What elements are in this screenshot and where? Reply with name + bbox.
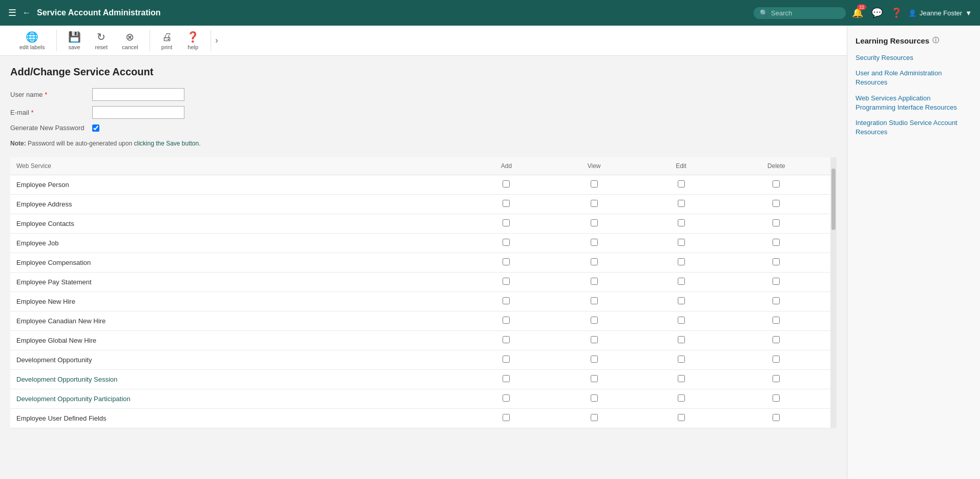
delete-checkbox[interactable] [773, 180, 780, 188]
form-area: Add/Change Service Account User name * E… [0, 56, 847, 479]
delete-checkbox[interactable] [773, 297, 780, 304]
view-checkbox[interactable] [591, 375, 598, 382]
top-nav: ☰ ← Service Account Administration 🔍 🔔 2… [0, 0, 980, 26]
username-input[interactable] [92, 88, 184, 101]
right-panel-link-0[interactable]: Security Resources [856, 53, 972, 63]
col-edit: Edit [640, 157, 722, 175]
scrollbar-track[interactable] [830, 157, 837, 428]
view-checkbox[interactable] [591, 200, 598, 207]
cancel-button[interactable]: ⊗ cancel [119, 30, 141, 51]
table-cell-edit [640, 292, 722, 311]
edit-checkbox[interactable] [678, 414, 685, 421]
table-row: Employee Job [10, 234, 830, 253]
delete-checkbox[interactable] [773, 414, 780, 421]
view-checkbox[interactable] [591, 356, 598, 363]
delete-checkbox[interactable] [773, 336, 780, 343]
view-checkbox[interactable] [591, 239, 598, 246]
add-checkbox[interactable] [503, 356, 510, 363]
hamburger-icon[interactable]: ☰ [8, 7, 16, 18]
edit-checkbox[interactable] [678, 200, 685, 207]
toolbar-expand-icon[interactable]: › [215, 36, 218, 45]
help-icon[interactable]: ❓ [891, 7, 902, 18]
add-checkbox[interactable] [503, 278, 510, 285]
notifications-badge: 22 [857, 4, 866, 10]
view-checkbox[interactable] [591, 180, 598, 188]
add-checkbox[interactable] [503, 414, 510, 421]
table-header: Web Service Add View Edit Delete [10, 157, 830, 175]
edit-checkbox[interactable] [678, 219, 685, 226]
edit-checkbox[interactable] [678, 278, 685, 285]
add-checkbox[interactable] [503, 219, 510, 226]
table-cell-view [548, 409, 640, 428]
delete-checkbox[interactable] [773, 219, 780, 226]
edit-checkbox[interactable] [678, 317, 685, 324]
delete-checkbox[interactable] [773, 375, 780, 382]
table-body: Employee PersonEmployee AddressEmployee … [10, 175, 830, 428]
generate-pwd-row: Generate New Password [10, 124, 837, 132]
view-checkbox[interactable] [591, 297, 598, 304]
view-checkbox[interactable] [591, 258, 598, 265]
add-checkbox[interactable] [503, 239, 510, 246]
table-cell-view [548, 214, 640, 234]
search-input[interactable] [771, 9, 832, 17]
back-arrow-icon[interactable]: ← [23, 8, 31, 17]
save-button[interactable]: 💾 save [65, 30, 84, 51]
reset-button[interactable]: ↻ reset [92, 30, 111, 51]
delete-checkbox[interactable] [773, 278, 780, 285]
edit-checkbox[interactable] [678, 394, 685, 402]
edit-checkbox[interactable] [678, 336, 685, 343]
search-icon: 🔍 [760, 9, 768, 17]
print-button[interactable]: 🖨 print [158, 30, 175, 51]
search-box[interactable]: 🔍 [754, 7, 846, 19]
add-checkbox[interactable] [503, 180, 510, 188]
add-checkbox[interactable] [503, 258, 510, 265]
add-checkbox[interactable] [503, 375, 510, 382]
table-cell-service-name: Employee Job [10, 234, 465, 253]
note-text: Note: Password will be auto-generated up… [10, 140, 837, 147]
edit-checkbox[interactable] [678, 375, 685, 382]
view-checkbox[interactable] [591, 414, 598, 421]
right-panel-link-2[interactable]: Web Services Application Programming Int… [856, 94, 972, 112]
view-checkbox[interactable] [591, 278, 598, 285]
edit-checkbox[interactable] [678, 297, 685, 304]
view-checkbox[interactable] [591, 336, 598, 343]
edit-checkbox[interactable] [678, 356, 685, 363]
table-row: Development Opportunity Session [10, 370, 830, 389]
table-cell-edit [640, 389, 722, 409]
edit-labels-button[interactable]: 🌐 edit labels [16, 30, 48, 51]
delete-checkbox[interactable] [773, 394, 780, 402]
chat-icon[interactable]: 💬 [871, 7, 883, 18]
add-checkbox[interactable] [503, 336, 510, 343]
toolbar-section-labels: 🌐 edit labels [8, 30, 57, 51]
right-panel-info-icon[interactable]: ⓘ [932, 36, 939, 45]
add-checkbox[interactable] [503, 297, 510, 304]
delete-checkbox[interactable] [773, 200, 780, 207]
add-checkbox[interactable] [503, 394, 510, 402]
notifications-icon[interactable]: 🔔 22 [852, 7, 863, 18]
scrollbar-thumb[interactable] [831, 169, 836, 230]
view-checkbox[interactable] [591, 317, 598, 324]
delete-checkbox[interactable] [773, 317, 780, 324]
edit-checkbox[interactable] [678, 239, 685, 246]
content-area: 🌐 edit labels 💾 save ↻ reset ⊗ cancel [0, 26, 847, 479]
toolbar-help-button[interactable]: ❓ help [183, 30, 202, 51]
add-checkbox[interactable] [503, 317, 510, 324]
generate-pwd-checkbox[interactable] [92, 124, 99, 132]
table-scroll: Web Service Add View Edit Delete Employe… [10, 157, 830, 428]
edit-checkbox[interactable] [678, 180, 685, 188]
view-checkbox[interactable] [591, 394, 598, 402]
add-checkbox[interactable] [503, 200, 510, 207]
table-cell-add [465, 370, 548, 389]
delete-checkbox[interactable] [773, 239, 780, 246]
service-link[interactable]: Development Opportunity Session [16, 376, 117, 383]
delete-checkbox[interactable] [773, 356, 780, 363]
note-link[interactable]: clicking the Save button [134, 140, 199, 147]
right-panel-link-3[interactable]: Integration Studio Service Account Resou… [856, 118, 972, 137]
email-input[interactable] [92, 106, 184, 119]
right-panel-link-1[interactable]: User and Role Administration Resources [856, 69, 972, 87]
edit-checkbox[interactable] [678, 258, 685, 265]
service-link[interactable]: Development Opportunity Participation [16, 395, 131, 403]
view-checkbox[interactable] [591, 219, 598, 226]
delete-checkbox[interactable] [773, 258, 780, 265]
user-menu[interactable]: 👤 Jeanne Foster ▼ [908, 9, 972, 17]
